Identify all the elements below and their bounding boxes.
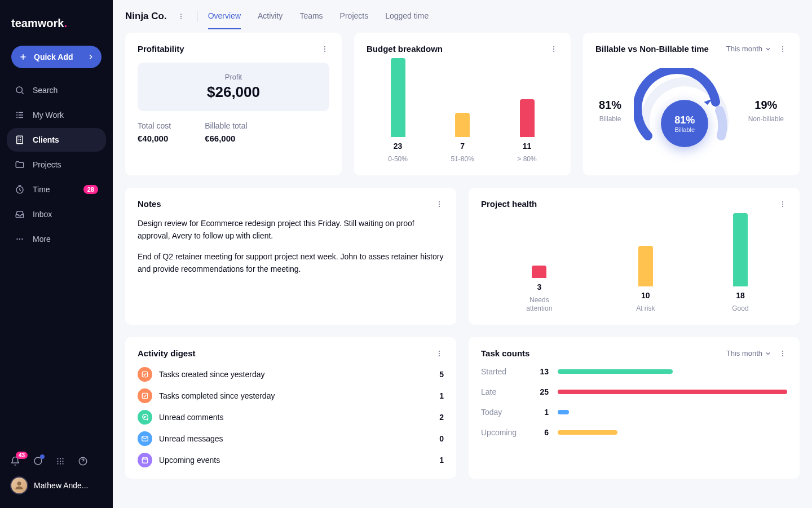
svg-point-29 [439, 201, 440, 202]
user-profile[interactable]: Mathew Ande... [10, 476, 103, 494]
sidebar-footer: 43 Mathew Ande... [0, 450, 113, 500]
svg-point-26 [782, 46, 783, 47]
tab-teams[interactable]: Teams [299, 3, 323, 29]
card-menu-icon[interactable] [549, 45, 558, 54]
sidebar-item-mywork[interactable]: My Work [7, 103, 106, 127]
svg-point-36 [439, 352, 440, 354]
time-badge: 28 [83, 185, 98, 194]
bar [532, 266, 546, 278]
svg-point-21 [324, 48, 325, 49]
tab-overview[interactable]: Overview [208, 3, 241, 29]
svg-point-19 [180, 18, 182, 19]
svg-point-44 [782, 355, 783, 356]
card-title: Activity digest [138, 348, 196, 358]
card-menu-icon[interactable] [320, 45, 329, 54]
sidebar: teamwork. Quick Add Search My Work [0, 0, 113, 508]
digest-item[interactable]: Unread messages 0 [138, 431, 444, 446]
digest-item[interactable]: Unread comments 2 [138, 410, 444, 425]
card-menu-icon[interactable] [778, 45, 787, 54]
bar-value: 10 [641, 291, 650, 300]
svg-point-5 [21, 238, 23, 240]
svg-point-31 [439, 205, 440, 206]
card-title: Billable vs Non-Billable time [595, 44, 709, 54]
billable-total: Billable total €66,000 [205, 121, 248, 143]
mail-icon [138, 431, 152, 446]
folder-icon [15, 160, 25, 170]
client-menu-icon[interactable] [175, 12, 187, 20]
tabs: Overview Activity Teams Projects Logged … [208, 3, 429, 29]
task-count-value: 13 [535, 367, 549, 376]
digest-item[interactable]: Tasks completed since yesterday 1 [138, 388, 444, 403]
task-count-row: Upcoming 6 [481, 428, 787, 437]
notes-body: Design review for Ecommerce redesign pro… [138, 218, 444, 276]
svg-point-20 [324, 46, 325, 47]
tab-activity[interactable]: Activity [258, 3, 283, 29]
bar-value: 18 [736, 291, 745, 300]
card-menu-icon[interactable] [778, 200, 787, 209]
bar-value: 3 [537, 282, 541, 291]
card-menu-icon[interactable] [778, 349, 787, 358]
period-select[interactable]: This month [726, 45, 771, 53]
svg-point-42 [782, 350, 783, 351]
building-icon [15, 135, 25, 145]
sidebar-item-time[interactable]: Time 28 [7, 178, 106, 201]
digest-item[interactable]: Tasks created since yesterday 5 [138, 367, 444, 382]
apps-icon[interactable] [55, 456, 65, 466]
task-count-label: Late [481, 387, 526, 396]
digest-count: 1 [439, 391, 444, 400]
svg-point-17 [180, 14, 182, 15]
card-menu-icon[interactable] [435, 349, 444, 358]
sidebar-item-more[interactable]: More [7, 227, 106, 251]
svg-point-7 [60, 458, 61, 459]
nav: Search My Work Clients Projects Tim [0, 78, 113, 251]
help-icon[interactable] [78, 456, 88, 466]
svg-point-27 [782, 48, 783, 49]
digest-item[interactable]: Upcoming events 1 [138, 453, 444, 467]
bar-value: 11 [523, 142, 532, 151]
svg-point-37 [439, 355, 440, 356]
sidebar-item-projects[interactable]: Projects [7, 153, 106, 176]
card-menu-icon[interactable] [435, 200, 444, 209]
task-count-value: 6 [535, 428, 549, 437]
sidebar-item-clients[interactable]: Clients [7, 128, 106, 152]
svg-point-18 [180, 16, 182, 17]
svg-rect-1 [17, 136, 23, 144]
bar-group: 10 At risk [636, 246, 655, 313]
tab-projects[interactable]: Projects [340, 3, 369, 29]
comment-icon [138, 410, 152, 425]
bar-group: 18 Good [732, 213, 748, 313]
svg-rect-38 [142, 372, 147, 377]
card-title: Profitability [138, 44, 184, 54]
sidebar-item-inbox[interactable]: Inbox [7, 202, 106, 226]
sidebar-item-search[interactable]: Search [7, 78, 106, 102]
svg-point-35 [439, 350, 440, 351]
svg-point-12 [57, 463, 58, 464]
card-title: Notes [138, 199, 161, 209]
period-select[interactable]: This month [726, 349, 771, 357]
chevron-right-icon [87, 53, 95, 61]
task-count-row: Today 1 [481, 408, 787, 417]
task-counts-list: Started 13 Late 25 Today 1 Upcoming 6 [481, 367, 787, 437]
bar [455, 113, 470, 137]
svg-point-16 [17, 482, 21, 485]
profit-box: Profit $26,000 [138, 63, 329, 111]
total-cost: Total cost €40,000 [138, 121, 171, 143]
sidebar-item-label: Projects [33, 160, 61, 169]
chat-icon[interactable] [33, 456, 43, 466]
plus-icon [18, 52, 28, 62]
svg-point-22 [324, 50, 325, 51]
notes-para: End of Q2 retainer meeting for support p… [138, 251, 444, 275]
inbox-icon [15, 209, 25, 219]
quick-add-button[interactable]: Quick Add [11, 46, 102, 68]
task-counts-card: Task counts This month Started 13 Late [469, 337, 800, 479]
svg-point-32 [782, 201, 783, 202]
card-title: Budget breakdown [367, 44, 443, 54]
bell-icon[interactable]: 43 [10, 456, 20, 466]
main: Ninja Co. Overview Activity Teams Projec… [113, 0, 812, 508]
sidebar-item-label: Clients [33, 135, 59, 144]
notes-para: Design review for Ecommerce redesign pro… [138, 218, 444, 242]
svg-point-4 [19, 238, 20, 240]
tab-logged-time[interactable]: Logged time [385, 3, 429, 29]
task-count-bar [558, 430, 617, 435]
task-count-bar [558, 410, 569, 414]
